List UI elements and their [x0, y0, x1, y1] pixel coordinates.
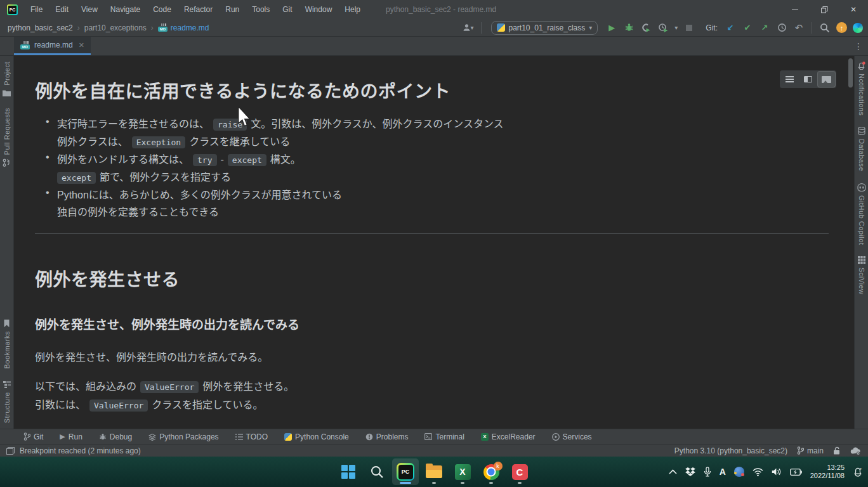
run-configuration-select[interactable]: part10_01_raise_class ▾ — [491, 21, 598, 35]
sidebar-item-bookmarks[interactable]: Bookmarks — [3, 314, 11, 375]
profiler-clock-icon — [658, 23, 668, 32]
database-icon — [858, 127, 865, 135]
toolwindow-debug[interactable]: Debug — [91, 429, 140, 445]
taskbar-chrome-button[interactable]: k — [478, 458, 504, 485]
rollback-button[interactable]: ↶ — [793, 22, 805, 34]
taskbar-search-button[interactable] — [364, 458, 390, 485]
close-button[interactable]: ✕ — [839, 0, 868, 19]
notification-bell-icon[interactable]: z — [853, 467, 863, 477]
toolwindow-terminal[interactable]: Terminal — [416, 429, 472, 445]
sidebar-item-database[interactable]: Database — [858, 121, 865, 177]
unlock-icon[interactable] — [833, 446, 841, 455]
toolwindow-git[interactable]: Git — [15, 429, 51, 445]
taskbar-camtasia-button[interactable]: C — [506, 458, 533, 485]
wifi-icon[interactable] — [753, 468, 763, 476]
sidebar-item-project[interactable]: Project — [3, 56, 11, 102]
tray-app-ball-icon[interactable] — [734, 467, 744, 477]
ime-indicator[interactable]: A — [720, 467, 726, 477]
toolwindow-services[interactable]: Services — [544, 429, 600, 445]
menu-window[interactable]: Window — [299, 0, 339, 19]
minimize-button[interactable] — [780, 0, 810, 19]
git-branch-widget[interactable]: main — [797, 446, 824, 455]
taskbar-clock[interactable]: 13:25 2022/11/08 — [810, 464, 845, 480]
running-app-indicator — [461, 482, 464, 484]
run-options-chevron[interactable]: ▾ — [674, 24, 678, 31]
sidebar-item-github-copilot[interactable]: GitHub Copilot — [857, 178, 866, 251]
run-icon: ▶ — [60, 432, 65, 441]
menu-refactor[interactable]: Refactor — [178, 0, 219, 19]
show-editor-only-button[interactable] — [781, 72, 798, 87]
tab-close-icon[interactable]: ✕ — [79, 41, 84, 49]
folder-icon — [3, 89, 11, 96]
taskbar-pycharm-button[interactable]: PC — [392, 458, 419, 485]
code-with-me-icon[interactable] — [853, 23, 863, 33]
cloud-settings-icon[interactable] — [850, 447, 860, 455]
layout-icon[interactable] — [6, 447, 15, 455]
toolwindow-excelreader[interactable]: X ExcelReader — [473, 429, 544, 445]
run-button[interactable]: ▶ — [606, 22, 617, 34]
history-clock-icon — [777, 23, 787, 32]
bug-icon — [624, 23, 634, 32]
restore-button[interactable] — [810, 0, 839, 19]
history-button[interactable] — [776, 22, 787, 34]
window-controls: ✕ — [780, 0, 868, 19]
battery-icon[interactable] — [790, 469, 802, 476]
toolwindow-python-console[interactable]: Python Console — [276, 429, 357, 445]
close-icon: ✕ — [850, 5, 857, 14]
todo-list-icon — [235, 434, 243, 440]
tab-options-icon[interactable]: ⋮ — [854, 37, 863, 56]
profiler-button[interactable] — [657, 22, 669, 34]
preview-only-icon — [822, 76, 831, 83]
python-interpreter-widget[interactable]: Python 3.10 (python_basic_sec2) — [674, 446, 787, 455]
search-everywhere-button[interactable] — [819, 22, 831, 34]
menu-code[interactable]: Code — [147, 0, 178, 19]
editor-scrollbar[interactable] — [848, 58, 853, 88]
menu-help[interactable]: Help — [338, 0, 367, 19]
running-app-indicator — [432, 482, 436, 484]
pycharm-logo-icon: PC — [7, 4, 18, 15]
search-icon — [370, 465, 384, 479]
toolwindow-todo[interactable]: TODO — [227, 429, 276, 445]
toolwindow-problems[interactable]: Problems — [357, 429, 417, 445]
git-push-button[interactable]: ↗ — [759, 22, 770, 34]
user-avatar-button[interactable]: ▾ — [463, 22, 474, 34]
ide-update-badge[interactable]: ↑ — [836, 22, 847, 33]
pycharm-window: { "window": { "title": "python_basic_sec… — [0, 0, 868, 487]
breadcrumb-file[interactable]: readme.md — [171, 23, 209, 32]
toolwindow-python-packages[interactable]: Python Packages — [140, 429, 227, 445]
markdown-preview[interactable]: 例外を自在に活用できるようになるためのポイント 実行時エラーを発生させるのは、r… — [14, 56, 854, 429]
menu-git[interactable]: Git — [276, 0, 298, 19]
sidebar-item-structure[interactable]: Structure — [3, 375, 11, 429]
tray-overflow-chevron-icon[interactable] — [669, 469, 677, 474]
taskbar-explorer-button[interactable] — [421, 458, 447, 485]
menu-run[interactable]: Run — [219, 0, 246, 19]
debug-button[interactable] — [623, 22, 635, 34]
bug-icon — [99, 433, 107, 441]
md-paragraph: 例外を発生させ、例外発生時の出力を読んでみる。 — [35, 349, 854, 367]
show-preview-only-button[interactable] — [818, 72, 835, 87]
tab-label: readme.md — [34, 41, 73, 49]
sidebar-item-pull-requests[interactable]: Pull Requests — [3, 102, 11, 172]
run-with-coverage-button[interactable] — [640, 22, 652, 34]
inline-code: ValueError — [140, 381, 199, 393]
sidebar-item-sciview[interactable]: SciView — [858, 250, 865, 300]
dropbox-icon[interactable] — [685, 467, 695, 476]
menu-edit[interactable]: Edit — [49, 0, 75, 19]
volume-icon[interactable] — [772, 467, 782, 476]
microphone-icon[interactable] — [704, 467, 711, 477]
markdown-file-icon: MD — [158, 23, 168, 32]
show-editor-and-preview-button[interactable] — [799, 72, 817, 87]
breadcrumb-folder[interactable]: part10_exceptions — [84, 23, 147, 32]
menu-tools[interactable]: Tools — [246, 0, 276, 19]
git-update-button[interactable]: ↙ — [725, 22, 736, 34]
taskbar-excel-button[interactable]: X — [449, 458, 476, 485]
git-commit-button[interactable]: ✔ — [742, 22, 753, 34]
menu-view[interactable]: View — [75, 0, 104, 19]
start-button[interactable] — [335, 458, 362, 485]
menu-file[interactable]: File — [24, 0, 49, 19]
sidebar-item-notifications[interactable]: Notifications — [857, 56, 865, 121]
breadcrumb-root[interactable]: python_basic_sec2 — [8, 23, 73, 32]
menu-navigate[interactable]: Navigate — [104, 0, 147, 19]
tab-readme-md[interactable]: MD readme.md ✕ — [14, 37, 91, 55]
toolwindow-run[interactable]: ▶ Run — [51, 429, 90, 445]
